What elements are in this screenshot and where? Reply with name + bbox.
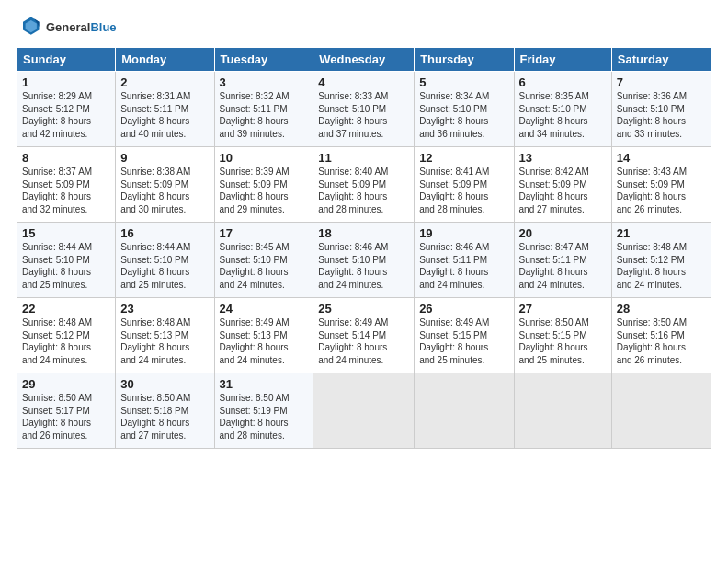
day-number: 14 <box>617 151 706 165</box>
cell-content: Sunrise: 8:31 AM Sunset: 5:11 PM Dayligh… <box>120 90 209 140</box>
cell-content: Sunrise: 8:46 AM Sunset: 5:10 PM Dayligh… <box>318 241 409 291</box>
calendar-cell: 7Sunrise: 8:36 AM Sunset: 5:10 PM Daylig… <box>611 72 711 147</box>
day-number: 20 <box>519 226 607 240</box>
cell-content: Sunrise: 8:38 AM Sunset: 5:09 PM Dayligh… <box>120 166 209 215</box>
day-number: 21 <box>617 226 706 240</box>
calendar-cell: 17Sunrise: 8:45 AM Sunset: 5:10 PM Dayli… <box>214 223 313 298</box>
column-header-monday: Monday <box>116 48 214 72</box>
calendar-cell: 21Sunrise: 8:48 AM Sunset: 5:12 PM Dayli… <box>611 223 711 298</box>
calendar-table: SundayMondayTuesdayWednesdayThursdayFrid… <box>17 47 711 449</box>
cell-content: Sunrise: 8:50 AM Sunset: 5:16 PM Dayligh… <box>617 316 706 366</box>
calendar-cell: 19Sunrise: 8:46 AM Sunset: 5:11 PM Dayli… <box>415 223 514 298</box>
calendar-cell: 5Sunrise: 8:34 AM Sunset: 5:10 PM Daylig… <box>415 72 514 147</box>
day-number: 9 <box>120 151 209 165</box>
cell-content: Sunrise: 8:47 AM Sunset: 5:11 PM Dayligh… <box>519 241 607 291</box>
cell-content: Sunrise: 8:36 AM Sunset: 5:10 PM Dayligh… <box>617 90 706 140</box>
day-number: 19 <box>419 226 508 240</box>
week-row-1: 1Sunrise: 8:29 AM Sunset: 5:12 PM Daylig… <box>17 72 711 147</box>
day-number: 23 <box>120 302 209 316</box>
calendar-cell <box>611 373 711 449</box>
calendar-cell: 10Sunrise: 8:39 AM Sunset: 5:09 PM Dayli… <box>214 147 313 223</box>
logo-text: GeneralBlue <box>46 20 117 34</box>
calendar-cell: 24Sunrise: 8:49 AM Sunset: 5:13 PM Dayli… <box>214 298 313 373</box>
column-header-thursday: Thursday <box>415 48 514 72</box>
calendar-cell: 6Sunrise: 8:35 AM Sunset: 5:10 PM Daylig… <box>514 72 611 147</box>
calendar-cell: 18Sunrise: 8:46 AM Sunset: 5:10 PM Dayli… <box>313 223 415 298</box>
cell-content: Sunrise: 8:39 AM Sunset: 5:09 PM Dayligh… <box>220 166 309 215</box>
day-number: 7 <box>617 75 706 89</box>
day-number: 11 <box>318 151 409 165</box>
calendar-cell: 1Sunrise: 8:29 AM Sunset: 5:12 PM Daylig… <box>17 72 116 147</box>
calendar-cell: 15Sunrise: 8:44 AM Sunset: 5:10 PM Dayli… <box>17 223 116 298</box>
calendar-cell: 30Sunrise: 8:50 AM Sunset: 5:18 PM Dayli… <box>116 373 214 449</box>
calendar-cell: 27Sunrise: 8:50 AM Sunset: 5:15 PM Dayli… <box>514 298 611 373</box>
cell-content: Sunrise: 8:50 AM Sunset: 5:17 PM Dayligh… <box>22 392 110 442</box>
day-number: 16 <box>120 226 209 240</box>
day-number: 10 <box>220 151 309 165</box>
day-number: 18 <box>318 226 409 240</box>
day-number: 31 <box>220 377 309 391</box>
column-header-saturday: Saturday <box>611 48 711 72</box>
cell-content: Sunrise: 8:50 AM Sunset: 5:19 PM Dayligh… <box>220 392 309 442</box>
header-row: SundayMondayTuesdayWednesdayThursdayFrid… <box>17 48 711 72</box>
day-number: 29 <box>22 377 110 391</box>
calendar-cell: 4Sunrise: 8:33 AM Sunset: 5:10 PM Daylig… <box>313 72 415 147</box>
cell-content: Sunrise: 8:49 AM Sunset: 5:14 PM Dayligh… <box>318 316 409 366</box>
calendar-cell: 29Sunrise: 8:50 AM Sunset: 5:17 PM Dayli… <box>17 373 116 449</box>
calendar-cell: 14Sunrise: 8:43 AM Sunset: 5:09 PM Dayli… <box>611 147 711 223</box>
day-number: 25 <box>318 302 409 316</box>
week-row-3: 15Sunrise: 8:44 AM Sunset: 5:10 PM Dayli… <box>17 223 711 298</box>
day-number: 12 <box>419 151 508 165</box>
calendar-cell: 8Sunrise: 8:37 AM Sunset: 5:09 PM Daylig… <box>17 147 116 223</box>
day-number: 22 <box>22 302 110 316</box>
column-header-tuesday: Tuesday <box>214 48 313 72</box>
column-header-wednesday: Wednesday <box>313 48 415 72</box>
cell-content: Sunrise: 8:37 AM Sunset: 5:09 PM Dayligh… <box>22 166 110 215</box>
calendar-cell: 23Sunrise: 8:48 AM Sunset: 5:13 PM Dayli… <box>116 298 214 373</box>
cell-content: Sunrise: 8:48 AM Sunset: 5:13 PM Dayligh… <box>120 316 209 366</box>
calendar-cell: 13Sunrise: 8:42 AM Sunset: 5:09 PM Dayli… <box>514 147 611 223</box>
day-number: 13 <box>519 151 607 165</box>
calendar-cell <box>415 373 514 449</box>
day-number: 15 <box>22 226 110 240</box>
cell-content: Sunrise: 8:50 AM Sunset: 5:18 PM Dayligh… <box>120 392 209 442</box>
cell-content: Sunrise: 8:49 AM Sunset: 5:15 PM Dayligh… <box>419 316 508 366</box>
calendar-cell: 2Sunrise: 8:31 AM Sunset: 5:11 PM Daylig… <box>116 72 214 147</box>
cell-content: Sunrise: 8:44 AM Sunset: 5:10 PM Dayligh… <box>120 241 209 291</box>
calendar-cell: 11Sunrise: 8:40 AM Sunset: 5:09 PM Dayli… <box>313 147 415 223</box>
cell-content: Sunrise: 8:50 AM Sunset: 5:15 PM Dayligh… <box>519 316 607 366</box>
logo: GeneralBlue <box>17 14 117 40</box>
cell-content: Sunrise: 8:29 AM Sunset: 5:12 PM Dayligh… <box>22 90 110 140</box>
day-number: 5 <box>419 75 508 89</box>
calendar-cell: 31Sunrise: 8:50 AM Sunset: 5:19 PM Dayli… <box>214 373 313 449</box>
logo-icon <box>17 14 42 40</box>
calendar-cell: 16Sunrise: 8:44 AM Sunset: 5:10 PM Dayli… <box>116 223 214 298</box>
calendar-cell: 3Sunrise: 8:32 AM Sunset: 5:11 PM Daylig… <box>214 72 313 147</box>
cell-content: Sunrise: 8:42 AM Sunset: 5:09 PM Dayligh… <box>519 166 607 215</box>
calendar-cell <box>313 373 415 449</box>
cell-content: Sunrise: 8:40 AM Sunset: 5:09 PM Dayligh… <box>318 166 409 215</box>
cell-content: Sunrise: 8:41 AM Sunset: 5:09 PM Dayligh… <box>419 166 508 215</box>
calendar-cell: 25Sunrise: 8:49 AM Sunset: 5:14 PM Dayli… <box>313 298 415 373</box>
cell-content: Sunrise: 8:48 AM Sunset: 5:12 PM Dayligh… <box>22 316 110 366</box>
cell-content: Sunrise: 8:48 AM Sunset: 5:12 PM Dayligh… <box>617 241 706 291</box>
calendar-cell: 12Sunrise: 8:41 AM Sunset: 5:09 PM Dayli… <box>415 147 514 223</box>
day-number: 2 <box>120 75 209 89</box>
day-number: 30 <box>120 377 209 391</box>
calendar-cell <box>514 373 611 449</box>
day-number: 27 <box>519 302 607 316</box>
cell-content: Sunrise: 8:34 AM Sunset: 5:10 PM Dayligh… <box>419 90 508 140</box>
cell-content: Sunrise: 8:32 AM Sunset: 5:11 PM Dayligh… <box>220 90 309 140</box>
day-number: 17 <box>220 226 309 240</box>
day-number: 24 <box>220 302 309 316</box>
cell-content: Sunrise: 8:33 AM Sunset: 5:10 PM Dayligh… <box>318 90 409 140</box>
header: GeneralBlue <box>17 14 711 40</box>
cell-content: Sunrise: 8:44 AM Sunset: 5:10 PM Dayligh… <box>22 241 110 291</box>
cell-content: Sunrise: 8:35 AM Sunset: 5:10 PM Dayligh… <box>519 90 607 140</box>
calendar-cell: 20Sunrise: 8:47 AM Sunset: 5:11 PM Dayli… <box>514 223 611 298</box>
week-row-5: 29Sunrise: 8:50 AM Sunset: 5:17 PM Dayli… <box>17 373 711 449</box>
day-number: 3 <box>220 75 309 89</box>
day-number: 4 <box>318 75 409 89</box>
week-row-2: 8Sunrise: 8:37 AM Sunset: 5:09 PM Daylig… <box>17 147 711 223</box>
cell-content: Sunrise: 8:46 AM Sunset: 5:11 PM Dayligh… <box>419 241 508 291</box>
